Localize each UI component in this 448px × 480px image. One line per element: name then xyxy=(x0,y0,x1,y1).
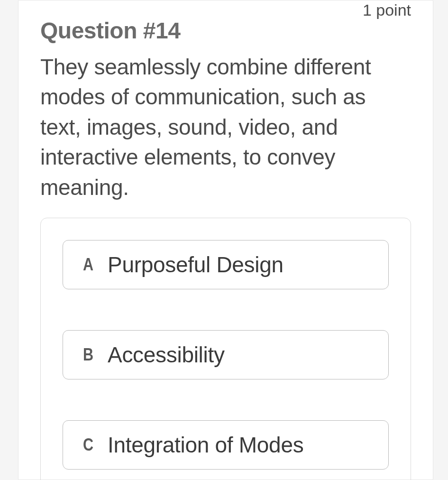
question-prompt: They seamlessly combine different modes … xyxy=(40,52,411,203)
option-letter: A xyxy=(83,255,93,275)
page-wrapper: 1 point Question #14 They seamlessly com… xyxy=(0,0,448,480)
option-text: Purposeful Design xyxy=(108,252,283,277)
option-letter: B xyxy=(83,345,93,365)
option-text: Accessibility xyxy=(108,342,225,368)
points-label: 1 point xyxy=(363,0,411,20)
question-card: 1 point Question #14 They seamlessly com… xyxy=(18,0,433,480)
option-text: Integration of Modes xyxy=(108,432,303,458)
question-title: Question #14 xyxy=(40,18,411,44)
option-letter: C xyxy=(83,435,93,455)
option-b[interactable]: B Accessibility xyxy=(63,330,389,379)
option-c[interactable]: C Integration of Modes xyxy=(63,420,389,470)
options-container: A Purposeful Design B Accessibility C In… xyxy=(40,218,411,480)
option-a[interactable]: A Purposeful Design xyxy=(63,240,389,289)
